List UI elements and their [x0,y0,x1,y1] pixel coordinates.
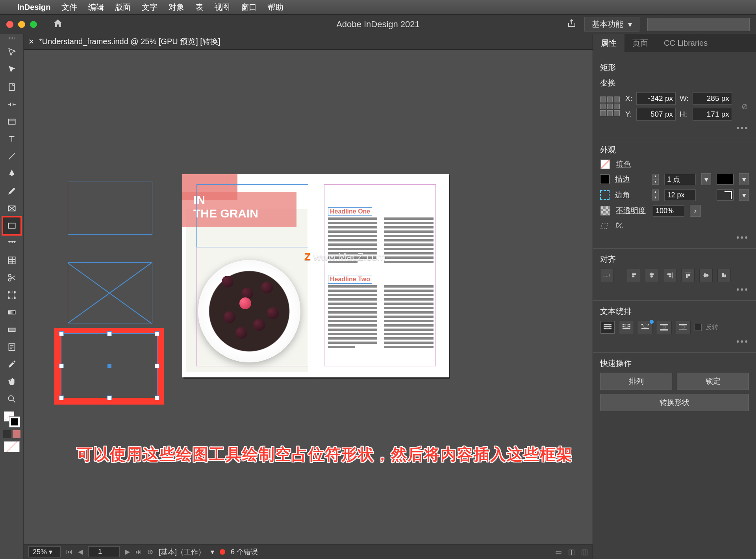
more-options-icon[interactable]: ••• [600,336,749,347]
workspace-selector[interactable]: 基本功能 ▾ [584,17,639,32]
corner-icon[interactable] [600,190,610,200]
view-mode-icon[interactable]: ▭ [555,548,562,556]
resize-handle[interactable] [155,396,159,400]
close-tab-icon[interactable]: ✕ [28,37,34,46]
resize-handle[interactable] [155,364,159,368]
clip-icon[interactable]: ⬚ [600,221,608,230]
selected-rectangle-frame[interactable] [61,333,158,398]
minimize-window-button[interactable] [18,21,25,28]
stroke-weight-dropdown[interactable]: ▾ [701,173,711,185]
resize-handle[interactable] [59,364,64,368]
w-input[interactable] [693,92,732,105]
align-bottom-button[interactable] [717,269,731,282]
last-page-button[interactable]: ⏭ [135,548,142,555]
fill-label[interactable]: 填色 [616,159,647,169]
align-top-button[interactable] [681,269,695,282]
lock-button[interactable]: 锁定 [677,373,749,390]
menu-window[interactable]: 窗口 [241,2,257,13]
align-right-button[interactable] [663,269,676,282]
align-left-button[interactable] [627,269,640,282]
selection-tool[interactable] [3,44,20,61]
stroke-color-well[interactable] [717,174,734,185]
resize-handle[interactable] [107,396,112,400]
error-count[interactable]: 6 个错误 [231,547,258,557]
arrange-button[interactable]: 排列 [600,373,672,390]
note-tool[interactable] [3,339,20,355]
type-tool[interactable] [3,131,20,147]
resize-handle[interactable] [107,331,112,336]
zoom-selector[interactable]: 25% ▾ [28,546,61,557]
next-page-button[interactable]: ▶ [125,548,130,555]
menu-edit[interactable]: 编辑 [88,2,104,13]
first-page-button[interactable]: ⏮ [66,548,72,555]
opacity-icon[interactable] [600,206,610,215]
corner-shape-well[interactable] [717,189,734,201]
center-handle[interactable] [107,364,111,368]
align-vcenter-button[interactable] [699,269,713,282]
gap-tool[interactable] [3,96,20,113]
reference-point-grid[interactable] [600,97,620,116]
layer-label[interactable]: [基本]（工作） [159,547,205,557]
zoom-window-button[interactable] [30,21,37,28]
page-tool[interactable] [3,79,20,95]
pencil-tool[interactable] [3,183,20,199]
dock-handle[interactable] [4,37,20,41]
corner-label[interactable]: 边角 [615,190,647,200]
stroke-swatch-icon[interactable] [600,175,610,184]
open-icon[interactable]: ⊕ [147,548,153,556]
wrap-bbox-button[interactable] [619,321,634,334]
wrap-column-button[interactable] [676,321,691,334]
menu-view[interactable]: 视图 [214,2,230,13]
more-options-icon[interactable]: ••• [600,232,749,243]
tab-pages[interactable]: 页面 [624,34,656,52]
corner-shape-dropdown[interactable]: ▾ [739,189,749,201]
scissors-tool[interactable] [3,269,20,286]
empty-frame-top[interactable] [68,182,152,235]
resize-handle[interactable] [59,331,64,336]
placeholder-frame[interactable] [68,262,152,323]
prev-page-button[interactable]: ◀ [78,548,83,555]
rectangle-frame-tool[interactable] [3,200,20,217]
opacity-dropdown[interactable]: › [690,205,701,217]
wrap-jump-button[interactable] [657,321,672,334]
page-spread[interactable]: IN THE GRAIN Headline One Headline Two Z [182,174,449,377]
tab-properties[interactable]: 属性 [593,34,624,52]
stroke-color-dropdown[interactable]: ▾ [739,173,749,185]
measure-tool[interactable] [3,235,20,251]
dropdown-icon[interactable]: ▾ [211,548,214,556]
corner-radius-input[interactable] [664,189,696,201]
app-name[interactable]: InDesign [17,3,50,12]
canvas[interactable]: IN THE GRAIN Headline One Headline Two Z [24,50,593,544]
apply-none-icon[interactable] [4,441,20,452]
resize-handle[interactable] [59,396,64,400]
corner-stepper[interactable]: ▴▾ [652,189,659,201]
format-affects[interactable] [3,430,20,438]
direct-selection-tool[interactable] [3,61,20,78]
fill-none-icon[interactable] [600,160,610,169]
body-text-2[interactable] [328,285,434,350]
rectangle-tool[interactable] [3,217,20,234]
align-hcenter-button[interactable] [645,269,658,282]
view-mode-icon[interactable]: ◫ [568,548,575,556]
wrap-none-button[interactable] [600,321,615,334]
line-tool[interactable] [3,148,20,165]
error-indicator-icon[interactable] [220,549,225,555]
page-input[interactable]: 1 [88,546,120,557]
x-input[interactable] [636,92,676,105]
menu-object[interactable]: 对象 [169,2,184,13]
opacity-label[interactable]: 不透明度 [616,206,647,216]
zoom-tool[interactable] [3,391,20,407]
grid-tool[interactable] [3,252,20,269]
constrain-proportions-icon[interactable]: ⊘ [741,102,748,111]
share-icon[interactable] [567,19,576,30]
menu-help[interactable]: 帮助 [268,2,284,13]
search-input[interactable] [647,18,750,31]
home-icon[interactable] [53,18,63,31]
opacity-input[interactable] [653,205,684,217]
menu-layout[interactable]: 版面 [115,2,131,13]
stroke-label[interactable]: 描边 [615,174,647,184]
gradient-swatch-tool[interactable] [3,304,20,321]
close-window-button[interactable] [6,21,13,28]
align-to-selector[interactable] [600,269,613,282]
pen-tool[interactable] [3,165,20,182]
